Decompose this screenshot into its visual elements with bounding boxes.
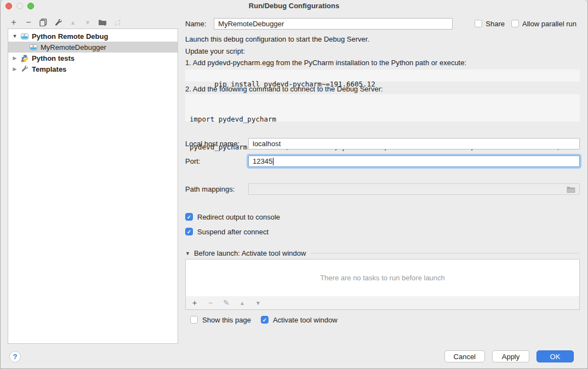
port-label: Port: <box>185 157 248 165</box>
collapse-section-icon[interactable]: ▼ <box>185 251 190 256</box>
tree-item-python-tests[interactable]: ▶ Python tests <box>8 53 178 64</box>
help-button[interactable]: ? <box>9 351 21 362</box>
local-host-input[interactable]: localhost <box>248 138 580 149</box>
check-icon: ✓ <box>187 229 191 235</box>
update-script-text: Update your script: <box>185 47 245 55</box>
port-input[interactable]: 12345 <box>248 155 580 167</box>
remote-debug-config-icon <box>20 32 29 41</box>
share-checkbox[interactable] <box>475 20 482 27</box>
configurations-tree: ▼ Python Remote Debug MyRemoteDebugger ▶… <box>8 28 178 344</box>
name-label: Name: <box>185 20 206 28</box>
redirect-output-checkbox[interactable]: ✓ <box>185 213 193 221</box>
remove-config-button[interactable]: − <box>24 18 33 27</box>
tree-item-templates[interactable]: ▶ Templates <box>8 64 178 74</box>
port-value: 12345 <box>253 157 272 165</box>
cancel-button[interactable]: Cancel <box>444 350 485 362</box>
tree-item-label: MyRemoteDebugger <box>41 43 106 51</box>
name-input[interactable]: MyRemoteDebugger <box>214 18 453 30</box>
step1-text: 1. Add pydevd-pycharm.egg from the PyCha… <box>185 59 466 67</box>
suspend-after-connect-label: Suspend after connect <box>197 228 269 236</box>
dialog-buttons: Cancel Apply OK <box>444 350 574 362</box>
run-debug-configurations-dialog: Run/Debug Configurations + − ▲ ▼ ↓ az ▼ <box>0 0 588 369</box>
task-list-toolbar: + − ✎ ▲ ▼ <box>185 296 580 310</box>
show-this-page-label: Show this page <box>202 316 251 324</box>
sort-configs-icon[interactable]: ↓ az <box>112 18 122 27</box>
remote-debug-config-icon <box>29 43 38 51</box>
import-line: import pydevd_pycharm <box>190 114 575 124</box>
new-folder-icon[interactable] <box>98 18 107 27</box>
before-launch-task-list[interactable]: There are no tasks to run before launch <box>185 259 580 297</box>
activate-tool-window-label: Activate tool window <box>273 316 338 324</box>
check-icon: ✓ <box>187 214 191 220</box>
tree-item-label: Templates <box>32 65 66 73</box>
redirect-output-label: Redirect output to console <box>197 213 280 221</box>
suspend-after-connect-checkbox[interactable]: ✓ <box>185 228 193 235</box>
pip-install-code: pip install pydevd-pycharm~=191.6605.12 <box>185 70 580 82</box>
ok-button[interactable]: OK <box>536 350 574 362</box>
settrace-code: import pydevd_pycharm pydevd_pycharm.set… <box>185 94 580 122</box>
apply-button[interactable]: Apply <box>492 350 529 362</box>
collapse-icon[interactable]: ▶ <box>12 55 18 61</box>
empty-tasks-text: There are no tasks to run before launch <box>320 274 445 282</box>
add-config-button[interactable]: + <box>9 18 19 27</box>
path-mappings-label: Path mappings: <box>185 185 248 193</box>
activate-tool-window-checkbox[interactable]: ✓ <box>261 316 269 324</box>
path-mappings-input[interactable] <box>248 183 580 195</box>
collapse-icon[interactable]: ▶ <box>12 66 18 72</box>
move-up-button[interactable]: ▲ <box>68 18 78 27</box>
remove-task-button[interactable]: − <box>207 298 214 307</box>
section-rule <box>310 253 580 253</box>
tree-item-python-remote-debug[interactable]: ▼ Python Remote Debug <box>8 31 178 42</box>
allow-parallel-run-checkbox[interactable] <box>511 20 519 27</box>
show-this-page-checkbox[interactable] <box>190 316 198 324</box>
copy-config-icon[interactable] <box>38 18 48 27</box>
browse-folder-icon[interactable] <box>567 186 575 193</box>
before-launch-title: Before launch: Activate tool window <box>194 249 306 257</box>
sort-arrow-glyph: ↓ <box>114 19 118 27</box>
step2-text: 2. Add the following command to connect … <box>185 85 383 93</box>
intro-text: Launch this debug configuration to start… <box>185 35 369 43</box>
share-label: Share <box>486 20 505 28</box>
check-icon: ✓ <box>262 317 267 323</box>
tree-item-myremotedebugger[interactable]: MyRemoteDebugger <box>8 42 178 53</box>
expand-icon[interactable]: ▼ <box>12 33 18 39</box>
config-editor-pane: Name: MyRemoteDebugger Share Allow paral… <box>185 0 580 369</box>
python-tests-icon <box>20 54 29 62</box>
before-launch-header[interactable]: ▼ Before launch: Activate tool window <box>185 249 580 257</box>
local-host-value: localhost <box>253 140 281 148</box>
add-task-button[interactable]: + <box>191 298 198 307</box>
name-value: MyRemoteDebugger <box>218 20 284 28</box>
sort-az-glyph: az <box>118 19 121 26</box>
help-icon: ? <box>13 353 18 361</box>
tree-item-label: Python Remote Debug <box>32 32 108 41</box>
tree-item-label: Python tests <box>32 54 75 62</box>
edit-task-button[interactable]: ✎ <box>222 298 230 307</box>
templates-wrench-icon <box>20 65 29 73</box>
configurations-toolbar: + − ▲ ▼ ↓ az <box>9 17 122 28</box>
move-task-down-button[interactable]: ▼ <box>254 300 262 306</box>
text-caret <box>273 158 273 165</box>
allow-parallel-run-label: Allow parallel run <box>522 20 576 28</box>
local-host-label: Local host name: <box>185 140 248 148</box>
edit-defaults-wrench-icon[interactable] <box>53 18 63 27</box>
move-task-up-button[interactable]: ▲ <box>238 300 246 306</box>
move-down-button[interactable]: ▼ <box>83 18 93 27</box>
